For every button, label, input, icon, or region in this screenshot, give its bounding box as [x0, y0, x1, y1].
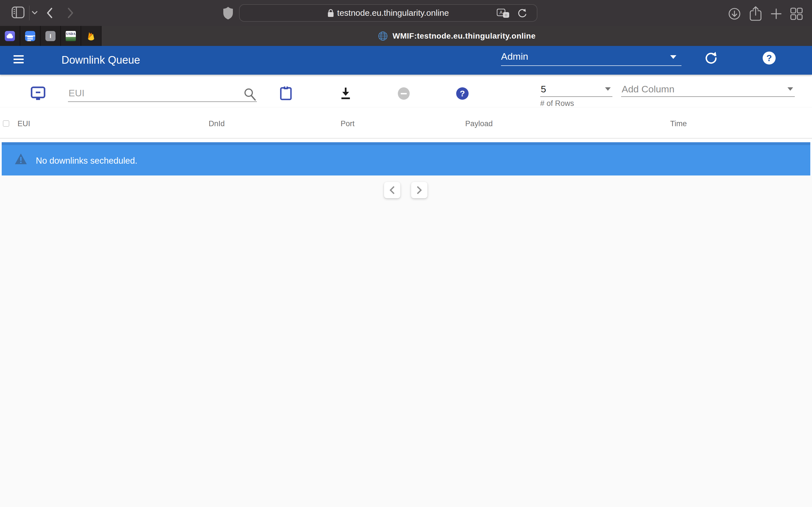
reload-icon [517, 8, 527, 19]
downloads-button[interactable] [728, 7, 741, 20]
minus-circle-icon [398, 87, 410, 100]
url-field[interactable]: testnode.eu.thingularity.online A ✩ [239, 4, 538, 22]
translate-button[interactable]: A ✩ [497, 9, 510, 19]
rows-select-value: 5 [541, 83, 546, 95]
column-header-port: Port [341, 119, 355, 128]
eui-search-input[interactable] [68, 84, 257, 102]
icloud-icon [5, 31, 15, 41]
add-column-select[interactable]: Add Column [621, 83, 795, 97]
browser-chrome-bar: testnode.eu.thingularity.online A ✩ [0, 0, 812, 26]
lock-icon [327, 9, 334, 17]
docs-icon [25, 31, 35, 41]
banner-message: No downlinks secheduled. [36, 155, 137, 166]
help-circle-icon: ? [456, 87, 469, 100]
pinned-tab-firebase[interactable] [81, 26, 101, 46]
chevron-left-icon [389, 186, 396, 194]
warning-icon [15, 153, 27, 165]
download-circle-icon [728, 7, 741, 20]
menu-button[interactable] [13, 55, 24, 64]
chevron-down-icon [670, 55, 676, 59]
tab-overview-button[interactable] [790, 7, 804, 21]
schedule-downlink-button[interactable] [340, 87, 352, 100]
chevron-down-icon [32, 11, 38, 15]
back-button[interactable] [46, 7, 54, 19]
pinned-tab-icloud[interactable] [0, 26, 20, 46]
share-icon [749, 6, 762, 21]
prev-page-button[interactable] [384, 182, 400, 198]
url-text: testnode.eu.thingularity.online [337, 8, 449, 18]
translate-icon: A ✩ [497, 9, 510, 19]
sidebar-icon [11, 6, 25, 18]
hamburger-icon [13, 55, 24, 57]
active-tab[interactable]: WMIF:testnode.eu.thingularity.online [101, 26, 812, 46]
forward-chevron-icon [66, 7, 74, 19]
svg-text:✩: ✩ [505, 13, 508, 17]
usda-icon: USDA [66, 31, 76, 41]
sidebar-toggle-button[interactable] [11, 6, 25, 18]
chrome-divider [29, 6, 30, 20]
firebase-icon [86, 31, 96, 41]
pinned-tab-info[interactable]: I [41, 26, 61, 46]
sidebar-dropdown-chevron[interactable] [32, 11, 38, 15]
device-view-button[interactable] [31, 86, 46, 101]
privacy-report-button[interactable] [223, 6, 234, 20]
new-tab-button[interactable] [770, 7, 783, 20]
select-all-checkbox[interactable] [3, 120, 9, 127]
add-column-value: Add Column [622, 83, 674, 95]
chevron-right-icon [416, 186, 423, 194]
rows-select[interactable]: 5 [540, 83, 612, 97]
empty-state-banner: No downlinks secheduled. [2, 142, 810, 175]
page-title: Downlink Queue [61, 54, 140, 66]
column-header-time: Time [670, 119, 687, 128]
role-select[interactable]: Admin [501, 48, 681, 66]
help-icon: ? [763, 52, 776, 64]
toolbar-divider [0, 107, 812, 107]
pinned-tab-docs[interactable] [20, 26, 41, 46]
content-lower-area [0, 175, 812, 507]
shield-icon [223, 6, 234, 20]
rows-label: # of Rows [540, 99, 574, 108]
paste-button[interactable] [280, 86, 292, 101]
banner-row: No downlinks secheduled. [0, 138, 812, 175]
forward-button[interactable] [66, 7, 74, 19]
plus-icon [770, 7, 783, 20]
clipboard-icon [280, 86, 292, 101]
monitor-minus-icon [31, 86, 46, 101]
page-reload-button[interactable] [517, 8, 527, 19]
refresh-button[interactable] [703, 50, 719, 66]
download-icon [340, 87, 352, 100]
column-header-eui: EUI [17, 119, 30, 128]
column-header-payload: Payload [465, 119, 493, 128]
globe-icon [378, 31, 388, 41]
chevron-down-icon [788, 87, 793, 91]
tab-bar: I USDA WMIF:testnode.eu.thingularity.onl… [0, 26, 812, 46]
banner-top-strip [2, 142, 810, 145]
share-button[interactable] [749, 6, 762, 21]
info-tab-icon: I [45, 31, 56, 41]
appbar-help-button[interactable]: ? [761, 50, 777, 66]
refresh-icon [704, 51, 718, 65]
back-chevron-icon [46, 7, 54, 19]
remove-button[interactable] [398, 87, 410, 100]
toolbar-help-button[interactable]: ? [456, 87, 469, 100]
search-button[interactable] [243, 87, 257, 101]
next-page-button[interactable] [411, 182, 427, 198]
chevron-down-icon [605, 87, 611, 91]
active-tab-title: WMIF:testnode.eu.thingularity.online [393, 32, 536, 41]
search-icon [243, 87, 257, 101]
pinned-tab-usda[interactable]: USDA [61, 26, 81, 46]
column-header-dnid: DnId [209, 119, 225, 128]
svg-text:A: A [500, 10, 503, 15]
grid-icon [790, 7, 804, 21]
role-select-value: Admin [501, 51, 528, 62]
